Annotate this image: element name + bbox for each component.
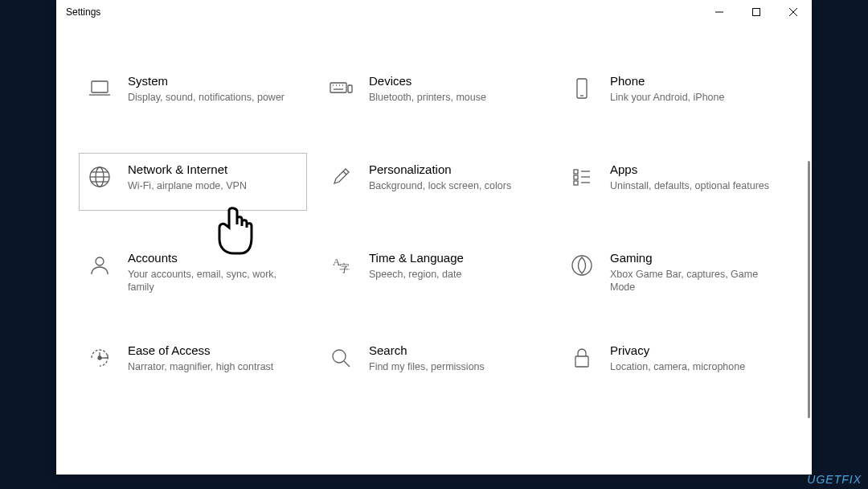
settings-content: System Display, sound, notifications, po…	[56, 24, 812, 475]
phone-icon	[568, 75, 596, 102]
tile-text: Privacy Location, camera, microphone	[610, 343, 782, 373]
tile-desc: Uninstall, defaults, optional features	[610, 179, 777, 193]
globe-icon	[86, 163, 113, 191]
tile-desc: Location, camera, microphone	[610, 360, 777, 374]
lock-icon	[568, 344, 596, 372]
svg-rect-4	[92, 81, 108, 92]
svg-rect-36	[575, 356, 588, 367]
svg-point-34	[333, 350, 346, 363]
tile-desc: Xbox Game Bar, captures, Game Mode	[610, 268, 777, 295]
tile-title: Devices	[369, 73, 536, 89]
keyboard-icon	[327, 75, 354, 102]
svg-rect-1	[753, 9, 760, 16]
tile-text: Personalization Background, lock screen,…	[369, 162, 541, 192]
svg-rect-7	[348, 85, 352, 92]
window-controls	[701, 0, 812, 24]
tile-text: Network & Internet Wi-Fi, airplane mode,…	[128, 162, 300, 192]
tile-phone[interactable]: Phone Link your Android, iPhone	[561, 64, 789, 122]
maximize-button[interactable]	[738, 0, 775, 24]
watermark: UGETFIX	[807, 473, 862, 486]
tile-ease-of-access[interactable]: Ease of Access Narrator, magnifier, high…	[79, 334, 307, 392]
tile-search[interactable]: Search Find my files, permissions	[320, 334, 548, 392]
tile-title: Privacy	[610, 343, 777, 359]
apps-list-icon	[568, 163, 596, 191]
svg-rect-6	[330, 83, 346, 92]
tile-text: System Display, sound, notifications, po…	[128, 73, 300, 104]
gaming-icon	[568, 252, 596, 279]
tile-desc: Narrator, magnifier, high contrast	[128, 360, 295, 374]
laptop-icon	[86, 75, 113, 102]
minimize-button[interactable]	[701, 0, 738, 24]
close-button[interactable]	[775, 0, 812, 24]
tile-privacy[interactable]: Privacy Location, camera, microphone	[561, 334, 789, 392]
paintbrush-icon	[327, 163, 354, 191]
tile-personalization[interactable]: Personalization Background, lock screen,…	[320, 153, 548, 211]
svg-rect-23	[574, 181, 578, 185]
person-icon	[86, 252, 113, 279]
svg-text:字: 字	[339, 262, 350, 274]
tile-desc: Display, sound, notifications, power	[128, 91, 295, 105]
tile-desc: Link your Android, iPhone	[610, 91, 777, 105]
tile-desc: Your accounts, email, sync, work, family	[128, 268, 295, 295]
svg-point-27	[96, 257, 104, 265]
tile-title: Network & Internet	[128, 162, 295, 178]
tile-text: Search Find my files, permissions	[369, 343, 541, 373]
tile-desc: Wi-Fi, airplane mode, VPN	[128, 179, 295, 193]
tile-title: Accounts	[128, 250, 295, 266]
tile-text: Accounts Your accounts, email, sync, wor…	[128, 250, 300, 294]
svg-line-20	[343, 171, 346, 175]
tile-desc: Find my files, permissions	[369, 360, 536, 374]
tile-text: Gaming Xbox Game Bar, captures, Game Mod…	[610, 250, 782, 294]
tile-title: Gaming	[610, 250, 777, 266]
settings-window: Settings System Display, sound, notifica…	[56, 0, 812, 475]
titlebar: Settings	[56, 0, 812, 24]
tile-title: Search	[369, 343, 536, 359]
svg-line-35	[344, 361, 350, 367]
tile-accounts[interactable]: Accounts Your accounts, email, sync, wor…	[79, 241, 307, 303]
svg-rect-22	[574, 175, 578, 179]
tile-time-language[interactable]: A字 Time & Language Speech, region, date	[320, 241, 548, 303]
tile-title: System	[128, 73, 295, 89]
tile-desc: Speech, region, date	[369, 268, 536, 281]
tile-title: Ease of Access	[128, 343, 295, 359]
tile-title: Personalization	[369, 162, 536, 178]
tile-text: Time & Language Speech, region, date	[369, 250, 541, 281]
tile-text: Apps Uninstall, defaults, optional featu…	[610, 162, 782, 192]
svg-point-30	[572, 256, 592, 275]
svg-rect-21	[574, 170, 578, 174]
search-icon	[327, 344, 354, 372]
tile-gaming[interactable]: Gaming Xbox Game Bar, captures, Game Mod…	[561, 241, 789, 303]
tile-apps[interactable]: Apps Uninstall, defaults, optional featu…	[561, 153, 789, 211]
tile-system[interactable]: System Display, sound, notifications, po…	[79, 64, 307, 122]
settings-grid: System Display, sound, notifications, po…	[79, 64, 789, 392]
tile-network-internet[interactable]: Network & Internet Wi-Fi, airplane mode,…	[79, 153, 307, 211]
window-title: Settings	[66, 6, 100, 18]
tile-text: Ease of Access Narrator, magnifier, high…	[128, 343, 300, 373]
tile-text: Phone Link your Android, iPhone	[610, 73, 782, 104]
ease-of-access-icon	[86, 344, 113, 372]
tile-desc: Bluetooth, printers, mouse	[369, 91, 536, 105]
language-icon: A字	[327, 252, 354, 279]
tile-desc: Background, lock screen, colors	[369, 179, 536, 193]
tile-title: Time & Language	[369, 250, 536, 266]
scrollbar[interactable]	[808, 161, 810, 418]
tile-text: Devices Bluetooth, printers, mouse	[369, 73, 541, 104]
tile-title: Phone	[610, 73, 777, 89]
tile-title: Apps	[610, 162, 777, 178]
tile-devices[interactable]: Devices Bluetooth, printers, mouse	[320, 64, 548, 122]
